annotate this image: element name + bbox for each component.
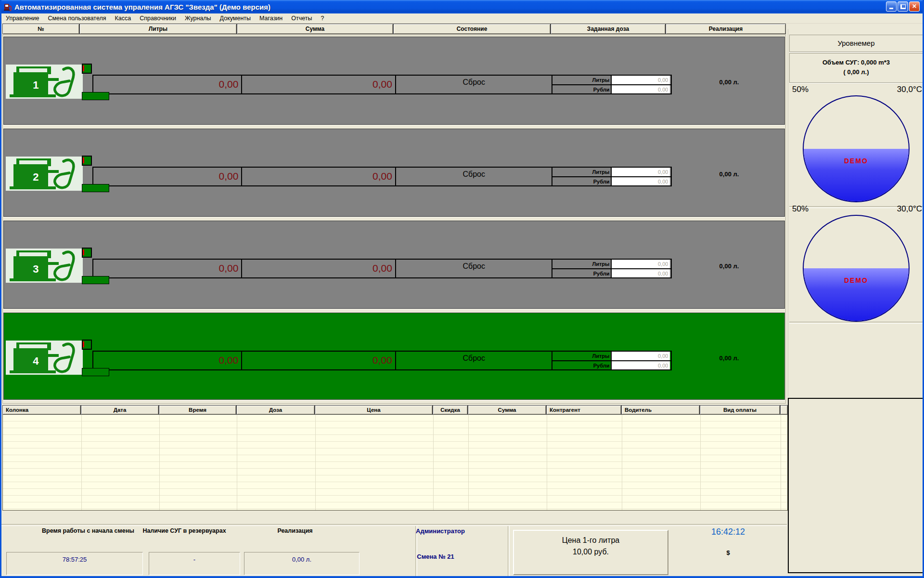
pump-progress-bar (82, 368, 109, 376)
journal-column-separator (700, 415, 701, 510)
pump-sum-value: 0,00 (241, 260, 395, 277)
menu-smena-polzovatelya[interactable]: Смена пользователя (44, 13, 111, 23)
close-button[interactable]: ✕ (909, 1, 920, 12)
journal-column-separator (159, 415, 160, 510)
menu-otchety[interactable]: Отчеты (287, 13, 316, 23)
dose-rubles-input[interactable] (611, 85, 670, 93)
dose-rubles-label: Рубли (552, 269, 611, 277)
header-sum: Сумма (237, 24, 393, 34)
menu-bar: Управление Смена пользователя Касса Спра… (1, 13, 923, 24)
menu-dokumenty[interactable]: Документы (216, 13, 255, 23)
header-state: Состояние (393, 24, 551, 34)
journal-column-separator (622, 415, 622, 510)
journal-column-separator (547, 415, 547, 510)
menu-spravochniki[interactable]: Справочники (135, 13, 180, 23)
dose-liters-input[interactable] (611, 260, 670, 268)
journal-col-vremya: Время (159, 405, 236, 415)
pump-icon: 1 (6, 65, 83, 99)
demo-watermark: DEMO (804, 276, 909, 284)
pump-status-indicator (82, 340, 92, 350)
indicator-tick (83, 158, 84, 163)
title-bar: Автоматизированная система упраления АГЗ… (0, 0, 924, 13)
pump-number: 2 (24, 171, 47, 184)
pump-values-strip: 0,00 0,00 Сброс Литры Рубли (92, 75, 672, 94)
menu-upravlenie[interactable]: Управление (1, 13, 44, 23)
dose-rubles-label: Рубли (552, 361, 611, 369)
journal-col-kontragent: Контрагент (546, 405, 621, 415)
dose-liters-input[interactable] (611, 76, 670, 84)
bottom-right-panel (788, 398, 924, 573)
status-section-divider (508, 526, 510, 576)
pump-state: Сброс (395, 168, 552, 185)
pump-liters-value: 0,00 (93, 260, 241, 277)
pump-dose-block: Литры Рубли (552, 352, 671, 369)
pump-realization: 0,00 л. (674, 355, 784, 362)
pump-progress-bar (82, 92, 109, 100)
dose-rubles-input[interactable] (611, 361, 670, 369)
journal-body[interactable] (2, 415, 788, 511)
tank-circle: DEMO (803, 95, 910, 202)
dose-rubles-input[interactable] (611, 177, 670, 185)
dose-liters-input[interactable] (611, 352, 670, 360)
pump-row-2[interactable]: 2 0,00 0,00 Сброс Литры Рубли (3, 129, 785, 217)
journal-col-kolonka: Колонка (2, 405, 81, 415)
pump-number: 4 (24, 355, 47, 368)
journal-col-vid-oplaty: Вид оплаты (700, 405, 780, 415)
pump-state: Сброс (395, 352, 552, 369)
pump-values-strip: 0,00 0,00 Сброс Литры Рубли (92, 259, 672, 278)
app-icon (3, 2, 12, 11)
level-meter-volume: Объем СУГ: 0,000 m*3 ( 0,00 л.) (789, 53, 923, 83)
pump-state: Сброс (395, 260, 552, 277)
tank-percent: 50% (792, 85, 808, 94)
pump-dose-block: Литры Рубли (552, 260, 671, 277)
journal-column-separator (315, 415, 316, 510)
pump-row-4[interactable]: 4 0,00 0,00 Сброс Литры Рубли (3, 313, 785, 400)
indicator-tick (83, 250, 84, 255)
dose-liters-label: Литры (552, 76, 611, 84)
pump-dose-block: Литры Рубли (552, 168, 671, 185)
pump-number: 3 (24, 263, 47, 276)
header-liters: Литры (79, 24, 237, 34)
price-value: 10,00 руб. (514, 546, 667, 558)
journal-col-voditel: Водитель (621, 405, 700, 415)
minimize-icon (889, 8, 893, 9)
dose-liters-label: Литры (552, 168, 611, 176)
restore-icon (900, 4, 906, 9)
tank-gauge-2: 50% 30,0°C DEMO (788, 204, 924, 370)
menu-kassa[interactable]: Касса (111, 13, 136, 23)
pump-sum-value: 0,00 (241, 76, 395, 93)
pump-row-1[interactable]: 1 0,00 0,00 Сброс Литры Рубли (3, 37, 785, 125)
pump-values-strip: 0,00 0,00 Сброс Литры Рубли (92, 351, 672, 370)
dose-liters-label: Литры (552, 352, 611, 360)
app-window: Автоматизированная система упраления АГЗ… (0, 0, 924, 578)
pump-number: 1 (24, 79, 47, 92)
header-dose: Заданная доза (551, 24, 666, 34)
dose-rubles-input[interactable] (611, 269, 670, 277)
pump-row-3[interactable]: 3 0,00 0,00 Сброс Литры Рубли (3, 221, 785, 309)
menu-magazin[interactable]: Магазин (255, 13, 287, 23)
pump-status-indicator (82, 248, 92, 258)
shift-number: Смена № 21 (375, 553, 496, 560)
volume-line2: ( 0,00 л.) (790, 67, 923, 77)
pump-realization: 0,00 л. (674, 171, 784, 178)
journal-col-doza: Доза (236, 405, 315, 415)
level-meter-title: Уровнемер (789, 35, 923, 52)
realization-value: 0,00 л. (244, 552, 359, 575)
dose-rubles-label: Рубли (552, 85, 611, 93)
level-meter-panel: Уровнемер Объем СУГ: 0,000 m*3 ( 0,00 л.… (788, 29, 924, 396)
minimize-button[interactable] (886, 1, 897, 12)
pump-area: 1 0,00 0,00 Сброс Литры Рубли (2, 35, 786, 404)
menu-zhurnaly[interactable]: Журналы (180, 13, 216, 23)
menu-help[interactable]: ? (316, 13, 328, 23)
header-realization: Реализация (666, 24, 786, 34)
close-icon: ✕ (912, 3, 917, 10)
pump-liters-value: 0,00 (93, 76, 241, 93)
shift-time-value: 78:57:25 (6, 552, 143, 575)
dose-liters-input[interactable] (611, 168, 670, 176)
statusbar-divider (1, 524, 787, 526)
pump-icon: 4 (6, 341, 83, 375)
restore-button[interactable] (898, 1, 908, 12)
journal-col-skidka: Скидка (433, 405, 468, 415)
demo-watermark: DEMO (804, 157, 909, 165)
header-number: № (2, 24, 79, 34)
